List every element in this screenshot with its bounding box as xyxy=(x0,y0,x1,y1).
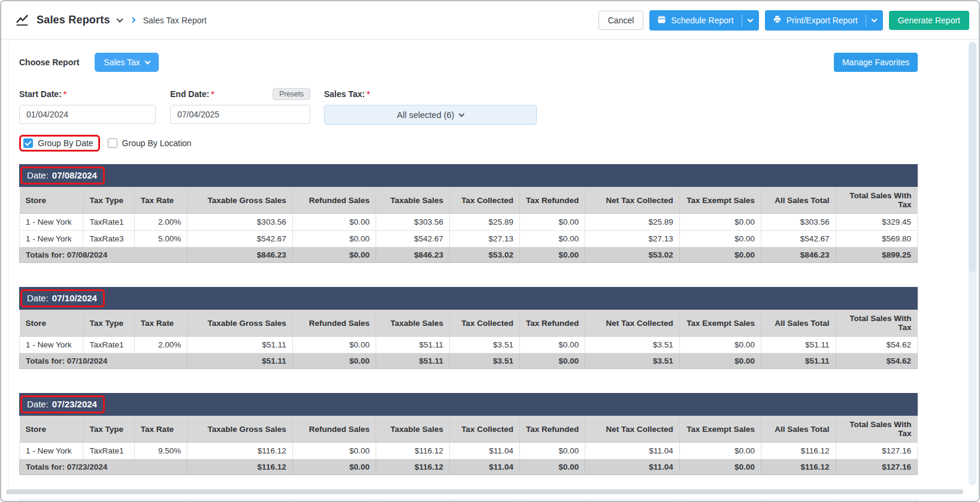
presets-button[interactable]: Presets xyxy=(273,88,310,100)
table-cell: TaxRate1 xyxy=(83,214,134,231)
column-header: Tax Exempt Sales xyxy=(679,187,761,214)
table-cell: $0.00 xyxy=(679,214,761,231)
overall-totals-row: Overall Totals:$67.57$0.00$67.57 xyxy=(20,500,918,502)
date-band: Date: 07/10/2024 xyxy=(19,287,918,310)
group-totals-cell: $53.02 xyxy=(585,247,679,263)
table-header-row: StoreTax TypeTax RateTaxable Gross Sales… xyxy=(20,416,918,443)
table-cell: $0.00 xyxy=(679,231,761,247)
start-date-label: Start Date:* xyxy=(19,89,66,99)
table-cell: $116.12 xyxy=(761,443,836,459)
print-export-label: Print/Export Report xyxy=(787,16,858,25)
date-annotation-box: Date: 07/10/2024 xyxy=(20,289,105,307)
column-header: Refunded Sales xyxy=(292,416,376,443)
table-row: 1 - New YorkTaxRate19.50%$116.12$0.00$11… xyxy=(20,443,918,459)
report-group: Date: 07/23/2024StoreTax TypeTax RateTax… xyxy=(19,393,918,475)
column-header: All Sales Total xyxy=(761,310,836,337)
column-header: Net Tax Collected xyxy=(585,416,679,443)
table-cell: $0.00 xyxy=(519,443,585,459)
line-chart-icon xyxy=(16,14,29,27)
column-header: Tax Rate xyxy=(134,310,187,337)
end-date-input[interactable] xyxy=(170,105,310,124)
group-totals-row: Totals for: 07/08/2024$846.23$0.00$846.2… xyxy=(20,247,918,263)
column-header: Tax Refunded xyxy=(519,310,585,337)
topbar-actions: Cancel Schedule Report xyxy=(598,10,969,31)
table-cell: $116.12 xyxy=(376,443,450,459)
group-totals-label: Totals for: 07/23/2024 xyxy=(20,459,187,475)
choose-report-label: Choose Report xyxy=(19,58,79,67)
column-header: Taxable Gross Sales xyxy=(187,187,292,214)
generate-report-button[interactable]: Generate Report xyxy=(889,11,969,30)
group-totals-cell: $0.00 xyxy=(519,247,585,263)
checkbox-unchecked-icon[interactable] xyxy=(108,138,117,148)
chevron-down-icon xyxy=(871,16,877,22)
table-cell: $0.00 xyxy=(519,214,585,231)
required-mark: * xyxy=(211,89,214,99)
overall-totals-cell xyxy=(761,500,836,502)
column-header: Tax Exempt Sales xyxy=(679,310,761,337)
group-totals-cell: $54.62 xyxy=(836,353,917,369)
horizontal-scrollbar[interactable] xyxy=(6,489,963,494)
overall-totals-table: Overall Totals:$67.57$0.00$67.57 xyxy=(19,499,918,502)
table-cell: $0.00 xyxy=(519,337,585,353)
group-totals-cell: $846.23 xyxy=(187,247,292,263)
group-totals-cell: $11.04 xyxy=(585,459,679,475)
column-header: Tax Refunded xyxy=(519,187,585,214)
sales-tax-table: StoreTax TypeTax RateTaxable Gross Sales… xyxy=(19,187,918,263)
column-header: Tax Type xyxy=(83,187,134,214)
report-type-value: Sales Tax xyxy=(104,58,140,67)
table-cell: $542.67 xyxy=(187,231,292,247)
report-type-dropdown[interactable]: Sales Tax xyxy=(95,53,158,72)
manage-favorites-button[interactable]: Manage Favorites xyxy=(834,53,918,72)
table-cell: $51.11 xyxy=(187,337,292,353)
column-header: Taxable Gross Sales xyxy=(187,416,292,443)
breadcrumb-separator-icon xyxy=(129,17,135,23)
start-date-input[interactable] xyxy=(19,105,156,124)
table-row: 1 - New YorkTaxRate12.00%$303.56$0.00$30… xyxy=(20,214,918,231)
date-value: 07/08/2024 xyxy=(52,170,97,180)
table-cell: $0.00 xyxy=(292,443,376,459)
table-row: 1 - New YorkTaxRate12.00%$51.11$0.00$51.… xyxy=(20,337,918,353)
group-totals-cell: $116.12 xyxy=(761,459,836,475)
table-cell: $11.04 xyxy=(585,443,679,459)
column-header: Tax Rate xyxy=(134,187,187,214)
group-by-location-checkbox[interactable]: Group By Location xyxy=(108,138,192,148)
group-totals-cell: $3.51 xyxy=(449,353,519,369)
group-totals-cell: $846.23 xyxy=(376,247,450,263)
table-cell: $0.00 xyxy=(679,443,761,459)
date-value: 07/10/2024 xyxy=(52,293,97,303)
group-totals-cell: $51.11 xyxy=(187,353,292,369)
column-header: Store xyxy=(20,187,83,214)
vertical-scrollbar[interactable] xyxy=(969,42,976,485)
column-header: Total Sales With Tax xyxy=(836,416,917,443)
column-header: Refunded Sales xyxy=(292,187,376,214)
table-cell: 2.00% xyxy=(134,214,187,231)
print-export-dropdown[interactable] xyxy=(866,14,883,26)
group-totals-cell: $11.04 xyxy=(449,459,519,475)
date-annotation-box: Date: 07/08/2024 xyxy=(20,167,105,185)
end-date-label: End Date:* xyxy=(170,89,214,99)
choose-report-row: Choose Report Sales Tax Manage Favorites xyxy=(19,53,918,72)
column-header: Tax Collected xyxy=(449,416,519,443)
breadcrumb-root[interactable]: Sales Reports xyxy=(37,14,110,26)
column-header: Taxable Sales xyxy=(376,310,450,337)
date-annotation-box: Date: 07/23/2024 xyxy=(20,395,105,413)
print-export-button[interactable]: Print/Export Report xyxy=(765,10,883,31)
date-label: Date: xyxy=(27,170,49,180)
table-cell: $27.13 xyxy=(449,231,519,247)
sales-tax-multiselect[interactable]: All selected (6) xyxy=(324,105,537,125)
schedule-report-button[interactable]: Schedule Report xyxy=(649,10,758,31)
group-by-date-checkbox[interactable]: Group By Date xyxy=(19,135,100,152)
cancel-button[interactable]: Cancel xyxy=(598,11,644,30)
date-label: Date: xyxy=(27,293,49,303)
group-totals-cell: $3.51 xyxy=(585,353,679,369)
checkbox-checked-icon[interactable] xyxy=(23,138,33,148)
sales-tax-table: StoreTax TypeTax RateTaxable Gross Sales… xyxy=(19,416,918,475)
table-cell: TaxRate1 xyxy=(83,337,134,353)
chevron-down-icon[interactable] xyxy=(116,16,123,22)
table-cell: 1 - New York xyxy=(20,337,83,353)
group-totals-cell: $0.00 xyxy=(679,247,761,263)
schedule-report-dropdown[interactable] xyxy=(742,14,759,26)
filters-row: Start Date:* End Date:* Presets Sales Ta… xyxy=(19,87,918,125)
column-header: Net Tax Collected xyxy=(585,187,679,214)
column-header: Total Sales With Tax xyxy=(836,310,917,337)
